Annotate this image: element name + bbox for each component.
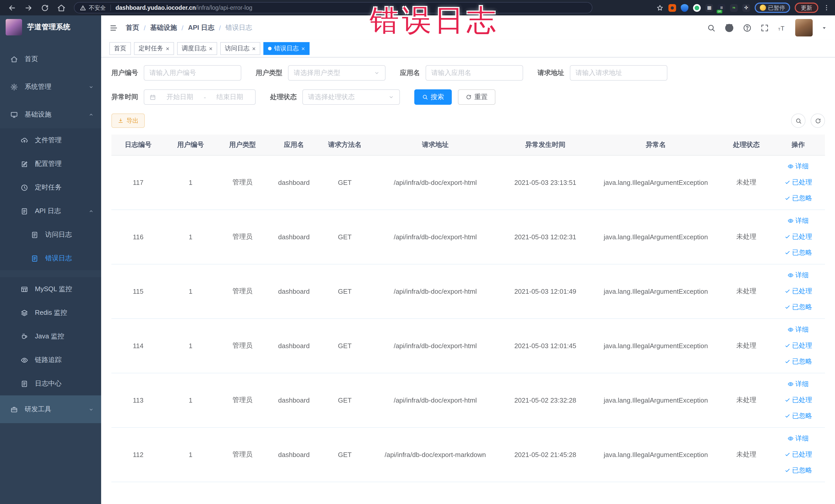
- detail-link[interactable]: 详细: [788, 270, 809, 280]
- sidebar-item[interactable]: Java 监控: [0, 324, 101, 348]
- end-date-placeholder[interactable]: 结束日期: [209, 93, 250, 102]
- close-icon[interactable]: ×: [209, 45, 212, 52]
- font-size-icon[interactable]: TT: [778, 23, 787, 32]
- extension-icon-leaf[interactable]: ❧: [730, 4, 738, 12]
- log-icon: [31, 231, 39, 239]
- collapse-sidebar-icon[interactable]: [109, 23, 118, 32]
- extension-icon-orange[interactable]: [668, 4, 676, 12]
- sidebar-item[interactable]: API 日志: [0, 199, 101, 223]
- sidebar-item[interactable]: Redis 监控: [0, 301, 101, 324]
- process-status-select[interactable]: 请选择处理状态: [302, 89, 400, 105]
- extension-icon-vue[interactable]: [693, 4, 701, 12]
- breadcrumb-item[interactable]: 首页: [126, 23, 139, 32]
- search-icon[interactable]: [707, 23, 716, 32]
- logo-row[interactable]: 芋道管理系统: [0, 15, 101, 39]
- processed-link[interactable]: 已处理: [785, 341, 812, 350]
- extension-icon-grid[interactable]: ▦: [705, 4, 713, 12]
- home-icon[interactable]: [57, 3, 66, 12]
- filter-row-2: 异常时间 开始日期 - 结束日期 处理状态 请选择处理状态: [111, 89, 825, 105]
- tab-item[interactable]: 定时任务×: [134, 42, 174, 55]
- toggle-search-button[interactable]: [791, 114, 806, 128]
- avatar[interactable]: [795, 19, 813, 37]
- close-icon[interactable]: ×: [301, 45, 305, 52]
- tab-item[interactable]: 首页: [109, 42, 131, 55]
- user-id-input[interactable]: 请输入用户编号: [144, 65, 241, 81]
- help-icon[interactable]: [743, 23, 752, 32]
- ignored-link[interactable]: 已忽略: [785, 411, 812, 421]
- tab-item[interactable]: 访问日志×: [220, 42, 260, 55]
- date-range-picker[interactable]: 开始日期 - 结束日期: [144, 89, 256, 105]
- op-label: 已处理: [792, 286, 812, 296]
- user-menu-caret-icon[interactable]: [821, 25, 827, 31]
- user-type-select[interactable]: 请选择用户类型: [288, 65, 386, 81]
- cell-status: 未处理: [721, 427, 771, 482]
- address-bar[interactable]: 不安全 dashboard.yudao.iocoder.cn/infra/log…: [74, 2, 592, 13]
- refresh-table-button[interactable]: [811, 114, 825, 128]
- breadcrumb-item[interactable]: 基础设施: [150, 23, 177, 32]
- search-button[interactable]: 搜索: [414, 89, 452, 105]
- detail-link[interactable]: 详细: [788, 434, 809, 443]
- tab-item[interactable]: 调度日志×: [177, 42, 217, 55]
- sidebar-item[interactable]: 定时任务: [0, 176, 101, 199]
- chrome-menu-icon[interactable]: [823, 4, 830, 11]
- processed-link[interactable]: 已处理: [785, 286, 812, 296]
- tab-active[interactable]: 错误日志×: [263, 42, 309, 55]
- forward-icon[interactable]: [24, 3, 33, 12]
- processed-link[interactable]: 已处理: [785, 450, 812, 459]
- close-icon[interactable]: ×: [252, 45, 256, 52]
- start-date-placeholder[interactable]: 开始日期: [160, 93, 200, 102]
- ignored-link[interactable]: 已忽略: [785, 302, 812, 312]
- processed-link[interactable]: 已处理: [785, 396, 812, 405]
- extension-icon-pinwheel[interactable]: ✣: [742, 4, 750, 12]
- export-button[interactable]: 导出: [111, 114, 145, 128]
- sidebar-item[interactable]: 访问日志: [0, 223, 101, 246]
- reset-button[interactable]: 重置: [458, 89, 495, 105]
- detail-link[interactable]: 详细: [788, 162, 809, 171]
- processed-link[interactable]: 已处理: [785, 232, 812, 241]
- extension-icon-switch[interactable]: ≡on: [718, 4, 726, 12]
- sidebar-item[interactable]: 链路追踪: [0, 348, 101, 372]
- calendar-icon: [149, 94, 156, 100]
- sidebar-item[interactable]: MySQL 监控: [0, 277, 101, 301]
- tab-label: 错误日志: [274, 44, 299, 53]
- sidebar-item[interactable]: 日志中心: [0, 372, 101, 396]
- reload-icon[interactable]: [41, 3, 49, 12]
- sidebar-item-label: 文件管理: [35, 136, 94, 145]
- github-icon[interactable]: [725, 23, 734, 33]
- ignored-link[interactable]: 已忽略: [785, 248, 812, 257]
- request-url-input[interactable]: 请输入请求地址: [570, 65, 667, 81]
- sidebar-item[interactable]: 系统管理: [0, 73, 101, 101]
- paused-extension-badge[interactable]: 已暂停: [755, 3, 790, 13]
- column-header: 应用名: [269, 135, 319, 155]
- sidebar-item[interactable]: 文件管理: [0, 128, 101, 152]
- close-icon[interactable]: ×: [166, 45, 169, 52]
- update-chrome-button[interactable]: 更新: [795, 3, 818, 13]
- sidebar-item[interactable]: 基础设施: [0, 101, 101, 128]
- breadcrumb-item[interactable]: API 日志: [188, 23, 215, 32]
- cell-user-type: 管理员: [217, 318, 269, 373]
- processed-link[interactable]: 已处理: [785, 178, 812, 187]
- check-icon: [785, 413, 791, 419]
- detail-link[interactable]: 详细: [788, 380, 809, 389]
- table-head: 日志编号用户编号用户类型应用名请求方法名请求地址异常发生时间异常名处理状态操作: [111, 135, 825, 155]
- ignored-link[interactable]: 已忽略: [785, 194, 812, 203]
- detail-link[interactable]: 详细: [788, 216, 809, 225]
- ignored-link[interactable]: 已忽略: [785, 357, 812, 366]
- sidebar-item[interactable]: 研发工具: [0, 396, 101, 423]
- security-label[interactable]: 不安全: [89, 4, 106, 12]
- bookmark-star-icon[interactable]: [656, 4, 664, 12]
- app-name-input[interactable]: 请输入应用名: [426, 65, 523, 81]
- cell-method: GET: [319, 427, 370, 482]
- fullscreen-icon[interactable]: [760, 23, 769, 32]
- detail-link[interactable]: 详细: [788, 325, 809, 334]
- back-icon[interactable]: [8, 3, 16, 12]
- ignored-link[interactable]: 已忽略: [785, 466, 812, 475]
- sidebar-item[interactable]: 配置管理: [0, 152, 101, 176]
- extension-icon-blue-shield[interactable]: [681, 4, 688, 12]
- cell-operations: 详细已处理已忽略: [772, 427, 825, 482]
- sidebar-item[interactable]: 首页: [0, 45, 101, 73]
- field-label: 请求地址: [537, 68, 564, 78]
- column-header: 用户类型: [217, 135, 269, 155]
- op-label: 详细: [795, 270, 809, 280]
- sidebar-item[interactable]: 错误日志: [0, 246, 101, 270]
